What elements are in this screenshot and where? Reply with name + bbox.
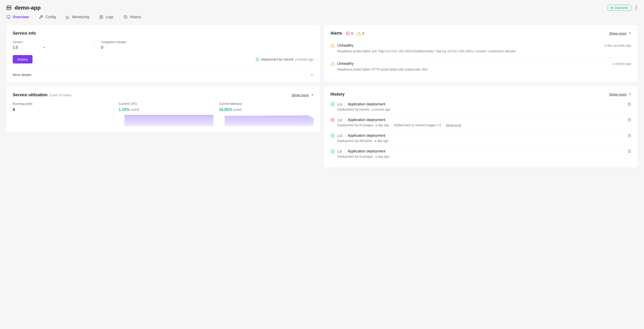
error-count-value: 0	[351, 32, 353, 35]
history-item: 1.0 Application deployment Deployment by…	[330, 130, 632, 146]
alert-item: Unhealthy a few seconds ago Readiness pr…	[330, 40, 632, 58]
service-info-card: Service info Version 1.0 Unapplied chang…	[6, 25, 320, 82]
memory-used: used	[233, 108, 241, 112]
utilization-title: Service utilization	[13, 92, 48, 98]
deploy-status-text: Deployment by Harshit	[261, 58, 294, 61]
version-label: Version	[13, 40, 86, 44]
more-details-toggle[interactable]: More details	[13, 69, 314, 77]
tab-logs[interactable]: Logs	[99, 15, 114, 19]
running-pods-label: Running pods	[13, 102, 113, 106]
app-title: demo-app	[14, 4, 41, 11]
history-label: Application deployment	[348, 118, 625, 122]
history-title: History	[330, 92, 345, 97]
history-item: 1.0 Application deployment Deployment by…	[330, 99, 632, 115]
svg-line-20	[629, 33, 630, 34]
history-time: a day ago	[375, 139, 389, 143]
history-time: a minute ago	[372, 108, 390, 111]
external-link-icon	[628, 32, 631, 35]
tabs: Overview Config Monitoring Logs History	[6, 15, 638, 19]
memory-pct: 34.95%	[219, 108, 232, 112]
history-item: 1.0 Application deployment Deployment by…	[330, 115, 632, 130]
deploy-button[interactable]: Deploy	[13, 55, 32, 64]
tab-config[interactable]: Config	[39, 15, 56, 19]
alerts-title: Alerts	[330, 31, 342, 36]
memory-cell: Current Memory 34.95%used	[214, 102, 314, 126]
unapplied-block: Unapplied changes 0	[95, 40, 126, 50]
tab-label: Config	[45, 15, 56, 19]
history-version: 1.0	[337, 150, 342, 153]
history-show-more[interactable]: Show more	[609, 92, 631, 96]
show-more-label: Show more	[292, 93, 309, 97]
kebab-menu-button[interactable]	[635, 5, 638, 11]
tab-label: Monitoring	[72, 15, 89, 19]
deploy-status: Deployment by Harshit a minute ago	[256, 58, 314, 61]
check-circle-icon	[256, 58, 259, 61]
svg-line-14	[312, 94, 312, 96]
warning-triangle-icon	[330, 44, 335, 48]
version-select[interactable]: 1.0	[13, 46, 86, 50]
history-time: a day ago	[375, 123, 390, 127]
more-details-label: More details	[13, 73, 32, 77]
unapplied-label: Unapplied changes	[101, 40, 126, 44]
document-icon[interactable]	[628, 134, 631, 138]
memory-label: Current Memory	[219, 102, 314, 106]
tab-label: Overview	[13, 15, 29, 19]
history-version: 1.0	[337, 118, 342, 122]
file-text-icon	[99, 15, 103, 19]
utilization-subtitle: (Last 15 mins)	[50, 93, 72, 97]
check-circle-icon	[330, 149, 335, 153]
alerts-show-more[interactable]: Show more	[609, 32, 631, 35]
page-header: demo-app Deployed	[6, 4, 638, 11]
history-by: Deployment by Kushagra	[337, 123, 373, 127]
deploy-status-time: a minute ago	[295, 58, 314, 61]
chevron-down-icon	[310, 73, 314, 77]
tab-monitoring[interactable]: Monitoring	[66, 15, 89, 19]
document-icon[interactable]	[628, 118, 631, 122]
show-error-link[interactable]: Show error	[446, 123, 461, 127]
svg-point-13	[256, 58, 259, 61]
chevron-down-icon	[43, 46, 46, 49]
show-more-label: Show more	[609, 32, 626, 35]
history-label: Application deployment	[348, 134, 625, 138]
external-link-icon	[628, 93, 631, 96]
memory-sparkline	[219, 115, 314, 126]
history-version: 1.0	[337, 134, 342, 138]
history-by: Deployment by Kushagra	[337, 155, 373, 158]
utilization-card: Service utilization (Last 15 mins) Show …	[6, 87, 320, 132]
external-link-icon	[311, 94, 314, 96]
server-icon	[6, 5, 11, 10]
alert-message: Readiness probe failed: Get "http://10.0…	[337, 49, 632, 54]
svg-line-25	[629, 94, 630, 95]
document-icon[interactable]	[628, 102, 631, 106]
tab-overview[interactable]: Overview	[6, 15, 29, 19]
history-by: Deployment by Harshit	[337, 108, 370, 111]
alert-title: Unhealthy	[337, 44, 354, 48]
error-count: 0	[346, 32, 353, 36]
tab-label: History	[130, 15, 141, 19]
history-version: 1.0	[337, 102, 342, 106]
alert-time: a minute ago	[613, 62, 631, 66]
warning-triangle-icon	[330, 62, 335, 66]
cpu-used: used	[130, 108, 139, 112]
cpu-pct: 1.24%	[119, 108, 130, 112]
history-time: a day ago	[375, 155, 390, 158]
x-circle-icon	[346, 32, 350, 36]
version-block: Version 1.0	[13, 40, 86, 50]
svg-rect-4	[7, 16, 10, 18]
warning-count-value: 2	[362, 32, 364, 35]
alert-title: Unhealthy	[337, 62, 354, 66]
svg-point-26	[331, 102, 334, 106]
monitor-icon	[6, 15, 10, 19]
alert-message: Readiness probe failed: HTTP probe faile…	[337, 67, 632, 72]
cpu-label: Current CPU	[119, 102, 214, 106]
document-icon[interactable]	[628, 150, 631, 153]
svg-line-12	[126, 17, 126, 18]
status-badge-label: Deployed	[614, 6, 628, 10]
utilization-show-more[interactable]: Show more	[292, 93, 314, 97]
alert-item: Unhealthy a minute ago Readiness probe f…	[330, 58, 632, 76]
svg-rect-0	[7, 6, 11, 8]
tab-history[interactable]: History	[124, 15, 141, 19]
history-card: History Show more 1.0 Application deploy…	[324, 86, 638, 168]
service-info-title: Service info	[13, 31, 314, 36]
history-label: Application deployment	[348, 149, 625, 153]
